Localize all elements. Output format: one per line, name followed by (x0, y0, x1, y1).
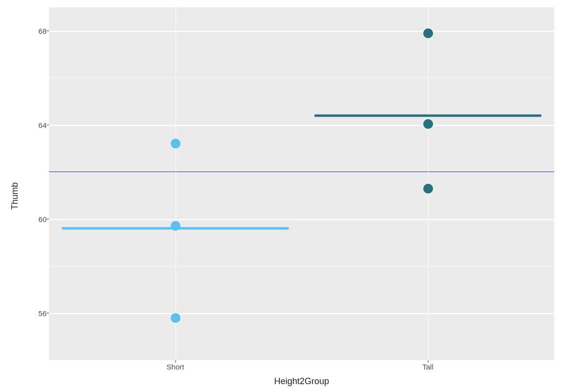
y-tick-label: 60 (38, 215, 47, 223)
gridline-h (49, 31, 554, 32)
x-tick-label: Short (167, 363, 184, 371)
gridline-h-minor (49, 172, 554, 172)
y-tick-label: 56 (38, 309, 47, 318)
data-point (171, 221, 180, 231)
data-point (171, 313, 180, 323)
plot-area (49, 7, 554, 360)
gridline-h (49, 313, 554, 314)
gridline-v (176, 7, 177, 360)
gridline-h (49, 219, 554, 220)
gridline-h-minor (49, 78, 554, 78)
gridline-h (49, 125, 554, 126)
data-point (423, 119, 433, 129)
y-tick-label: 68 (38, 27, 47, 35)
y-axis-label: Thumb (10, 182, 20, 210)
data-point (423, 184, 433, 194)
group-mean-line (314, 114, 542, 117)
chart-container: Thumb Height2Group 56606468ShortTall (0, 0, 564, 392)
gridline-h-minor (49, 266, 554, 267)
y-tick-label: 64 (38, 121, 47, 129)
x-tick-label: Tall (422, 363, 434, 371)
data-point (423, 28, 433, 38)
gridline-h-minor (49, 360, 554, 361)
x-axis-label: Height2Group (274, 376, 329, 387)
data-point (171, 139, 180, 148)
